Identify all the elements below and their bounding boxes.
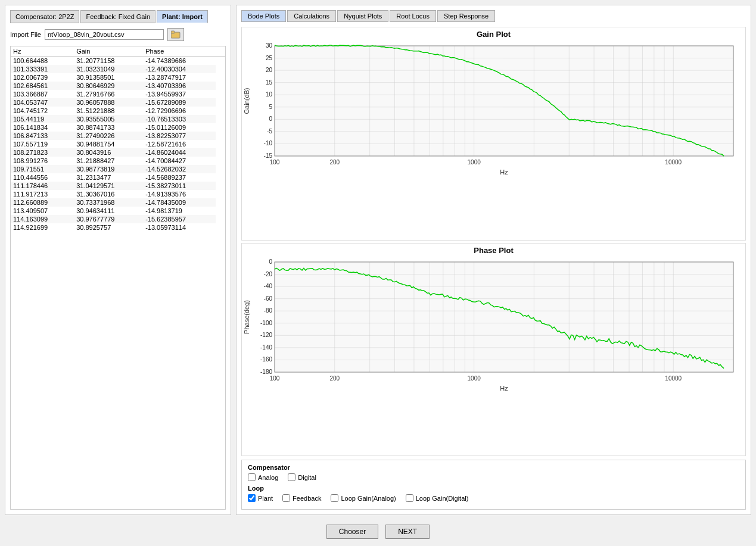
right-tab-bar: Bode Plots Calculations Nyquist Plots Ro…	[241, 10, 746, 22]
table-row: 113.40950730.94634111-14.9813719	[11, 207, 225, 215]
table-row: 105.4411930.93555005-10.76513303	[11, 115, 225, 123]
table-row: 106.14183430.88741733-15.01126009	[11, 123, 225, 132]
tab-compensator[interactable]: Compensator: 2P2Z	[10, 10, 79, 23]
compensator-section: Compensator Analog Digital	[248, 464, 739, 481]
table-row: 102.00673930.91358501-13.28747917	[11, 73, 225, 82]
table-header-row: Hz Gain Phase	[11, 46, 225, 57]
folder-icon	[171, 30, 181, 39]
table-row: 111.91721331.30367016-14.91393576	[11, 190, 225, 198]
gain-plot-title: Gain Plot	[242, 30, 745, 39]
next-button[interactable]: NEXT	[385, 525, 430, 539]
import-file-input[interactable]	[45, 29, 164, 40]
loop-gain-digital-item[interactable]: Loop Gain(Digital)	[406, 494, 469, 502]
data-table-wrapper: Hz Gain Phase 100.66448831.20771158-14.7…	[10, 46, 226, 510]
left-tab-bar: Compensator: 2P2Z Feedback: Fixed Gain P…	[10, 10, 226, 23]
table-row: 111.17844631.04129571-15.38273011	[11, 182, 225, 190]
folder-button[interactable]	[167, 28, 184, 41]
compensator-analog-label: Analog	[258, 474, 278, 481]
tab-nyquist-plots[interactable]: Nyquist Plots	[337, 10, 388, 22]
tab-step-response[interactable]: Step Response	[437, 10, 495, 22]
compensator-digital-item[interactable]: Digital	[288, 473, 316, 481]
table-row: 108.99127631.21888427-14.70084427	[11, 157, 225, 165]
compensator-analog-checkbox[interactable]	[248, 473, 256, 481]
loop-section: Loop Plant Feedback Loop Gain(Analog)	[248, 485, 739, 502]
compensator-digital-checkbox[interactable]	[288, 473, 295, 481]
tab-bode-plots[interactable]: Bode Plots	[241, 10, 286, 22]
loop-feedback-checkbox[interactable]	[282, 494, 290, 502]
table-row: 108.27182330.8043916-14.86024044	[11, 148, 225, 157]
compensator-analog-item[interactable]: Analog	[248, 473, 278, 481]
table-body: 100.66448831.20771158-14.74389666101.333…	[11, 57, 225, 232]
table-row: 114.92169930.8925757-13.05973114	[11, 223, 225, 232]
compensator-digital-label: Digital	[298, 474, 316, 481]
compensator-checkbox-row: Analog Digital	[248, 473, 739, 481]
import-label: Import File	[10, 31, 41, 38]
data-table: Hz Gain Phase 100.66448831.20771158-14.7…	[11, 46, 225, 232]
gain-plot-canvas	[242, 40, 745, 177]
loop-gain-digital-label: Loop Gain(Digital)	[416, 495, 469, 502]
import-row: Import File	[10, 28, 226, 41]
loop-feedback-item[interactable]: Feedback	[282, 494, 321, 502]
loop-feedback-label: Feedback	[293, 495, 321, 502]
gain-plot-container: Gain Plot	[241, 27, 746, 241]
main-container: Compensator: 2P2Z Feedback: Fixed Gain P…	[0, 0, 756, 546]
loop-plant-label: Plant	[258, 495, 273, 502]
table-row: 112.66088930.73371968-14.78435009	[11, 198, 225, 207]
tab-feedback[interactable]: Feedback: Fixed Gain	[80, 10, 155, 23]
table-row: 102.68456130.80646929-13.40703396	[11, 82, 225, 90]
col-hz: Hz	[11, 46, 74, 57]
loop-plant-checkbox[interactable]	[248, 494, 256, 502]
loop-gain-analog-label: Loop Gain(Analog)	[341, 495, 396, 502]
table-row: 100.66448831.20771158-14.74389666	[11, 57, 225, 65]
left-panel: Compensator: 2P2Z Feedback: Fixed Gain P…	[5, 5, 231, 515]
table-row: 109.7155130.98773819-14.52682032	[11, 165, 225, 173]
tab-calculations[interactable]: Calculations	[287, 10, 336, 22]
col-phase: Phase	[143, 46, 216, 57]
table-row: 104.74517231.51221888-12.72906696	[11, 107, 225, 115]
table-row: 110.44455631.2313477-14.56889237	[11, 173, 225, 182]
loop-checkbox-row: Plant Feedback Loop Gain(Analog) Lo	[248, 494, 739, 502]
compensator-title: Compensator	[248, 464, 739, 471]
phase-plot-title: Phase Plot	[242, 246, 745, 255]
loop-plant-item[interactable]: Plant	[248, 494, 273, 502]
table-row: 104.05374730.96057888-15.67289089	[11, 98, 225, 107]
loop-gain-digital-checkbox[interactable]	[406, 494, 413, 502]
svg-rect-1	[171, 31, 175, 33]
loop-gain-analog-item[interactable]: Loop Gain(Analog)	[331, 494, 396, 502]
col-gain: Gain	[74, 46, 143, 57]
phase-plot-container: Phase Plot	[241, 243, 746, 457]
phase-plot-canvas	[242, 256, 745, 393]
table-row: 107.55711930.94881754-12.58721616	[11, 140, 225, 148]
table-row: 106.84713331.27490226-13.82253077	[11, 132, 225, 140]
loop-title: Loop	[248, 485, 739, 492]
tab-root-locus[interactable]: Root Locus	[390, 10, 436, 22]
charts-area: Gain Plot Phase Plot	[241, 27, 746, 456]
table-row: 101.33339131.03231049-12.40030304	[11, 65, 225, 73]
table-row: 114.16309930.97677779-15.62385957	[11, 215, 225, 223]
tab-plant-import[interactable]: Plant: Import	[157, 10, 208, 23]
footer-row: Chooser NEXT	[5, 520, 751, 541]
content-row: Compensator: 2P2Z Feedback: Fixed Gain P…	[5, 5, 751, 515]
bottom-controls: Compensator Analog Digital Loop	[241, 460, 746, 510]
table-row: 103.36688731.27916766-13.94559937	[11, 90, 225, 98]
right-panel: Bode Plots Calculations Nyquist Plots Ro…	[236, 5, 751, 515]
chooser-button[interactable]: Chooser	[326, 525, 378, 539]
loop-gain-analog-checkbox[interactable]	[331, 494, 338, 502]
